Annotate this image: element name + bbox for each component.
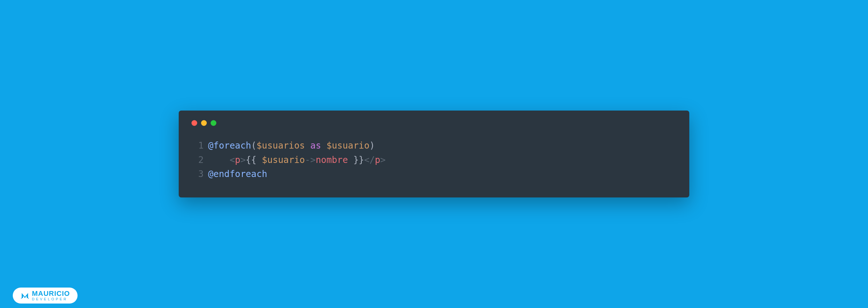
tag-token: </ [364,153,375,167]
space-token [321,139,327,153]
window-controls [191,120,677,126]
tag-token: > [380,153,385,167]
minimize-icon[interactable] [201,120,207,126]
line-number: 1 [191,139,204,153]
arrow-token: -> [305,153,316,167]
paren-token: ( [251,139,256,153]
maximize-icon[interactable] [211,120,216,126]
logo-icon [21,291,29,300]
code-line: 3 @endforeach [191,167,677,181]
line-number: 2 [191,153,204,167]
variable-token: $usuario [262,153,305,167]
code-line: 2 <p>{{ $usuario->nombre }}</p> [191,153,677,167]
directive-token: @foreach [208,139,251,153]
property-token: nombre [316,153,348,167]
code-content: 1 @foreach($usuarios as $usuario) 2 <p>{… [191,139,677,181]
logo-text: MAURICIO DEVELOPER [32,290,70,301]
paren-token: ) [370,139,375,153]
tag-token: < [229,153,235,167]
code-line: 1 @foreach($usuarios as $usuario) [191,139,677,153]
logo-subtitle: DEVELOPER [32,298,70,301]
code-window: 1 @foreach($usuarios as $usuario) 2 <p>{… [179,111,689,197]
logo-title: MAURICIO [32,290,70,297]
logo-badge: MAURICIO DEVELOPER [13,287,78,304]
tagname-token: p [235,153,240,167]
tagname-token: p [375,153,380,167]
directive-token: @endforeach [208,167,267,181]
line-number: 3 [191,167,204,181]
variable-token: $usuarios [256,139,305,153]
variable-token: $usuario [327,139,370,153]
brace-token: }} [348,153,364,167]
indent-token [208,153,229,167]
tag-token: > [240,153,246,167]
keyword-token: as [310,139,321,153]
close-icon[interactable] [191,120,197,126]
space-token [305,139,310,153]
brace-token: {{ [246,153,262,167]
